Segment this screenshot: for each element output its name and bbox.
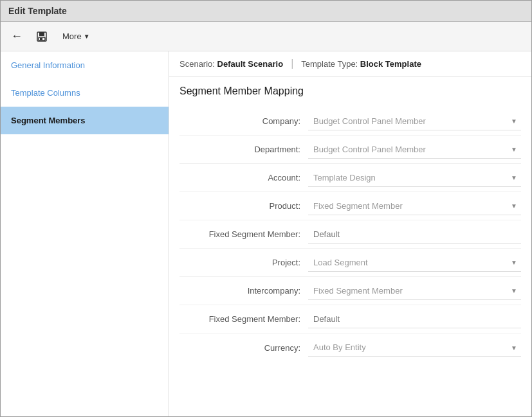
back-button[interactable]: ← (8, 27, 25, 46)
scenario-label: Scenario: Default Scenario (179, 59, 283, 69)
currency-field: Auto By Entity ▼ (308, 339, 521, 357)
intercompany-select[interactable]: Fixed Segment Member (308, 282, 521, 300)
separator: | (291, 58, 293, 69)
account-field: Template Design ▼ (308, 169, 521, 187)
account-select[interactable]: Template Design (308, 169, 521, 187)
title-bar: Edit Template (1, 1, 531, 22)
currency-label: Currency: (179, 343, 308, 353)
fixed-segment-member-1-row: Fixed Segment Member: (179, 220, 521, 249)
chevron-down-icon: ▼ (84, 33, 90, 40)
scenario-bar: Scenario: Default Scenario | Template Ty… (169, 51, 531, 76)
save-icon (35, 30, 48, 43)
department-row: Department: Budget Control Panel Member … (179, 136, 521, 164)
product-label: Product: (179, 201, 308, 211)
window-title: Edit Template (8, 6, 67, 16)
more-button[interactable]: More ▼ (59, 29, 94, 44)
intercompany-row: Intercompany: Fixed Segment Member ▼ (179, 277, 521, 305)
sidebar: General Information Template Columns Seg… (1, 51, 169, 416)
project-field: Load Segment ▼ (308, 254, 521, 272)
account-row: Account: Template Design ▼ (179, 164, 521, 192)
sidebar-item-general-information[interactable]: General Information (1, 51, 169, 79)
intercompany-label: Intercompany: (179, 286, 308, 296)
template-type-value: Block Template (360, 59, 421, 69)
currency-row: Currency: Auto By Entity ▼ (179, 333, 521, 362)
app-window: Edit Template ← More ▼ General Informati… (0, 0, 532, 417)
content-area: General Information Template Columns Seg… (1, 51, 531, 416)
intercompany-field: Fixed Segment Member ▼ (308, 282, 521, 300)
fixed-segment-member-2-row: Fixed Segment Member: (179, 305, 521, 333)
svg-rect-1 (39, 32, 44, 36)
product-select[interactable]: Fixed Segment Member (308, 197, 521, 215)
section-title: Segment Member Mapping (169, 76, 531, 102)
fixed-segment-member-1-field (308, 226, 521, 244)
fixed-segment-member-2-field (308, 310, 521, 328)
template-type-label: Template Type: Block Template (301, 59, 421, 69)
company-field: Budget Control Panel Member ▼ (308, 112, 521, 130)
sidebar-item-template-columns[interactable]: Template Columns (1, 79, 169, 107)
toolbar: ← More ▼ (1, 22, 531, 51)
project-row: Project: Load Segment ▼ (179, 249, 521, 277)
sidebar-item-segment-members[interactable]: Segment Members (1, 107, 169, 134)
department-select[interactable]: Budget Control Panel Member (308, 141, 521, 159)
back-icon: ← (11, 30, 23, 43)
account-label: Account: (179, 173, 308, 182)
department-field: Budget Control Panel Member ▼ (308, 141, 521, 159)
more-label: More (62, 31, 82, 41)
company-label: Company: (179, 116, 308, 126)
fixed-segment-member-2-input[interactable] (308, 310, 521, 328)
save-button[interactable] (33, 28, 51, 46)
product-field: Fixed Segment Member ▼ (308, 197, 521, 215)
scenario-value: Default Scenario (217, 59, 284, 69)
fixed-segment-member-1-input[interactable] (308, 226, 521, 244)
fixed-segment-member-1-label: Fixed Segment Member: (179, 229, 308, 239)
company-select[interactable]: Budget Control Panel Member (308, 112, 521, 130)
department-label: Department: (179, 145, 308, 154)
svg-rect-3 (40, 38, 42, 40)
project-select[interactable]: Load Segment (308, 254, 521, 272)
company-row: Company: Budget Control Panel Member ▼ (179, 107, 521, 136)
segment-mapping-form: Company: Budget Control Panel Member ▼ (169, 102, 531, 367)
product-row: Product: Fixed Segment Member ▼ (179, 192, 521, 220)
main-content: Scenario: Default Scenario | Template Ty… (169, 51, 531, 416)
currency-select[interactable]: Auto By Entity (308, 339, 521, 357)
project-label: Project: (179, 258, 308, 267)
fixed-segment-member-2-label: Fixed Segment Member: (179, 314, 308, 324)
